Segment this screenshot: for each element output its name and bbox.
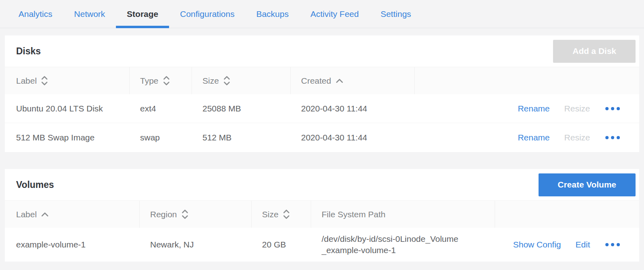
column-label-text: Label [16, 76, 37, 86]
volume-actions-cell: Show Config Edit [495, 240, 639, 249]
disk-type-cell: swap [130, 133, 192, 142]
tab-analytics[interactable]: Analytics [8, 0, 63, 28]
ellipsis-dot-icon [617, 107, 620, 110]
volumes-panel-header: Volumes Create Volume [5, 169, 639, 200]
ellipsis-dot-icon [611, 107, 614, 110]
volumes-column-header-path: File System Path [311, 201, 495, 228]
active-tab-indicator [116, 26, 169, 28]
file-system-path-text: /dev/disk/by-id/scsi-0Linode_Volume_exam… [322, 233, 458, 256]
column-label-text: File System Path [322, 210, 386, 219]
volumes-column-header-region[interactable]: Region [140, 201, 252, 228]
volume-label-cell: example-volume-1 [5, 240, 140, 249]
disks-column-header-size[interactable]: Size [192, 67, 291, 94]
add-disk-button[interactable]: Add a Disk [553, 40, 636, 63]
sort-icon [283, 209, 290, 220]
column-label-text: Size [202, 76, 219, 86]
disks-column-header-type[interactable]: Type [130, 67, 192, 94]
sort-icon [41, 75, 48, 86]
tab-network[interactable]: Network [63, 0, 116, 28]
column-label-text: Created [301, 76, 331, 86]
more-actions-button[interactable] [605, 105, 621, 112]
disks-column-header-actions [415, 67, 639, 94]
disks-title: Disks [16, 46, 41, 57]
table-row: example-volume-1 Newark, NJ 20 GB /dev/d… [5, 228, 639, 262]
volumes-table-header: Label Region Size File System Path [5, 200, 639, 228]
linode-detail-tabbar: Analytics Network Storage Configurations… [0, 0, 644, 28]
sort-asc-icon [41, 212, 49, 217]
resize-link[interactable]: Resize [564, 133, 590, 142]
volume-path-cell: /dev/disk/by-id/scsi-0Linode_Volume_exam… [311, 233, 495, 256]
table-row: Ubuntu 20.04 LTS Disk ext4 25088 MB 2020… [5, 94, 639, 123]
more-actions-button[interactable] [605, 241, 621, 248]
ellipsis-dot-icon [611, 243, 614, 246]
disk-actions-cell: Rename Resize [415, 104, 639, 113]
sort-icon [182, 209, 188, 220]
ellipsis-dot-icon [605, 107, 609, 110]
disks-panel-header: Disks Add a Disk [5, 35, 639, 67]
disk-label-cell: Ubuntu 20.04 LTS Disk [5, 104, 130, 113]
disk-size-cell: 512 MB [192, 133, 291, 142]
volumes-column-header-label[interactable]: Label [5, 201, 140, 228]
more-actions-button[interactable] [605, 134, 621, 141]
ellipsis-dot-icon [605, 136, 609, 139]
rename-link[interactable]: Rename [518, 104, 549, 113]
disks-column-header-label[interactable]: Label [5, 67, 130, 94]
volumes-column-header-size[interactable]: Size [252, 201, 311, 228]
volumes-column-header-actions [495, 201, 639, 228]
tab-backups[interactable]: Backups [246, 0, 300, 28]
tab-activity-feed[interactable]: Activity Feed [299, 0, 369, 28]
sort-icon [223, 75, 230, 86]
column-label-text: Size [262, 210, 279, 219]
ellipsis-dot-icon [611, 136, 614, 139]
tab-storage[interactable]: Storage [116, 0, 169, 28]
disks-panel: Disks Add a Disk Label Type Size C [5, 35, 639, 152]
disk-created-cell: 2020-04-30 11:44 [291, 104, 415, 113]
resize-link[interactable]: Resize [564, 104, 590, 113]
sort-asc-icon [336, 78, 343, 83]
volume-size-cell: 20 GB [252, 240, 311, 249]
rename-link[interactable]: Rename [518, 133, 549, 142]
disk-actions-cell: Rename Resize [415, 133, 639, 142]
tab-configurations[interactable]: Configurations [169, 0, 245, 28]
volume-region-cell: Newark, NJ [140, 240, 252, 249]
tab-settings[interactable]: Settings [369, 0, 422, 28]
create-volume-button[interactable]: Create Volume [539, 173, 636, 196]
ellipsis-dot-icon [617, 243, 620, 246]
disk-size-cell: 25088 MB [192, 104, 291, 113]
column-label-text: Label [16, 210, 37, 219]
ellipsis-dot-icon [605, 243, 609, 246]
disk-type-cell: ext4 [130, 104, 192, 113]
table-row: 512 MB Swap Image swap 512 MB 2020-04-30… [5, 123, 639, 152]
disks-column-header-created[interactable]: Created [291, 67, 415, 94]
ellipsis-dot-icon [617, 136, 620, 139]
column-label-text: Region [150, 210, 177, 219]
disk-label-cell: 512 MB Swap Image [5, 133, 130, 142]
column-label-text: Type [140, 76, 159, 86]
edit-link[interactable]: Edit [576, 240, 590, 249]
show-config-link[interactable]: Show Config [513, 240, 561, 249]
disk-created-cell: 2020-04-30 11:44 [291, 133, 415, 142]
tab-storage-label: Storage [127, 9, 158, 19]
volumes-title: Volumes [16, 179, 54, 190]
disks-table-header: Label Type Size Created [5, 67, 639, 94]
sort-icon [163, 75, 170, 86]
volumes-panel: Volumes Create Volume Label Region Size … [5, 169, 639, 262]
